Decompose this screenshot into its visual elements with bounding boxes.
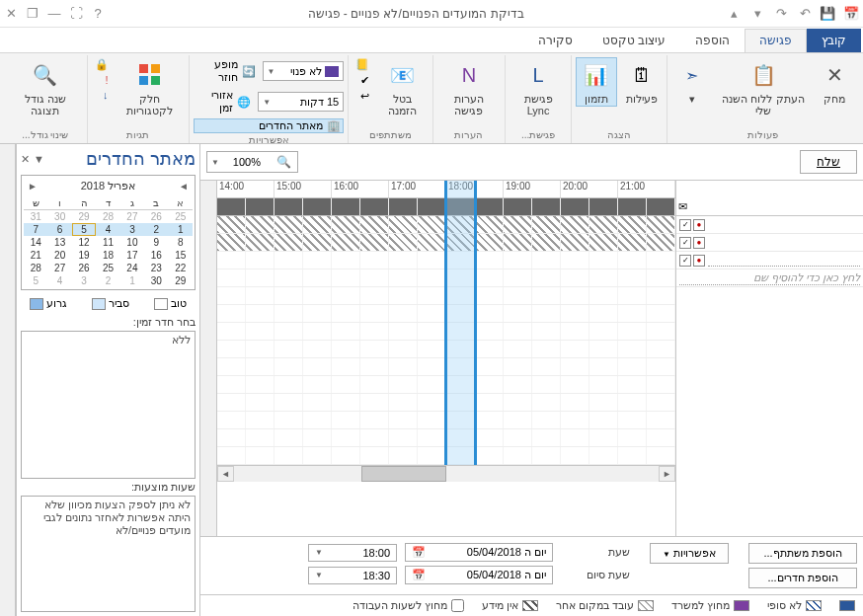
tab-insert[interactable]: הוספה bbox=[680, 29, 745, 52]
cal-day[interactable]: 20 bbox=[47, 249, 71, 262]
check-names-button[interactable]: ✔ bbox=[353, 73, 372, 88]
chevron-down-icon[interactable]: ▾ bbox=[750, 7, 764, 21]
cal-day[interactable]: 7 bbox=[24, 223, 47, 236]
tab-meeting[interactable]: פגישה bbox=[745, 29, 807, 52]
add-rooms-button[interactable]: הוספת חדרים... bbox=[748, 568, 857, 588]
end-time-picker[interactable]: 18:30▼ bbox=[308, 567, 397, 584]
cal-day[interactable]: 15 bbox=[169, 249, 193, 262]
out-hours-checkbox[interactable] bbox=[451, 599, 464, 612]
minimize-icon[interactable]: — bbox=[47, 7, 61, 21]
options-dropdown-button[interactable]: אפשרויות ▼ bbox=[650, 543, 729, 564]
categorize-button[interactable]: חלק לקטגוריות bbox=[116, 57, 186, 118]
zoom-control[interactable]: 🔍 ▼ bbox=[206, 151, 298, 173]
cal-day[interactable]: 28 bbox=[24, 262, 47, 274]
cal-day[interactable]: 24 bbox=[120, 262, 144, 274]
cal-day[interactable]: 9 bbox=[144, 236, 168, 249]
cal-day[interactable]: 16 bbox=[144, 249, 168, 262]
send-button[interactable]: שלח bbox=[800, 150, 857, 174]
delete-button[interactable]: ✕ מחק bbox=[814, 57, 855, 107]
cal-day[interactable]: 4 bbox=[47, 274, 71, 287]
low-importance-button[interactable]: ↓ bbox=[92, 88, 112, 102]
help-icon[interactable]: ? bbox=[91, 7, 105, 21]
cal-day[interactable]: 8 bbox=[169, 236, 193, 249]
restore-icon[interactable]: ❐ bbox=[26, 7, 39, 21]
check-icon[interactable]: ✓ bbox=[679, 237, 691, 249]
prev-month-icon[interactable]: ◄ bbox=[175, 181, 193, 192]
end-date-picker[interactable]: יום ה 05/04/2018📅 bbox=[405, 566, 553, 584]
lync-meeting-button[interactable]: L פגישת Lync bbox=[510, 57, 567, 118]
cal-day[interactable]: 18 bbox=[96, 249, 119, 262]
save-icon[interactable]: 💾 bbox=[822, 7, 835, 21]
cal-day[interactable]: 31 bbox=[24, 210, 47, 223]
start-time-picker[interactable]: 18:00▼ bbox=[308, 544, 397, 562]
room-finder-button[interactable]: 🏢מאתר החדרים bbox=[194, 118, 344, 133]
list-item[interactable]: ללא bbox=[26, 334, 191, 346]
cal-day[interactable]: 1 bbox=[169, 223, 193, 236]
cal-day[interactable]: 10 bbox=[120, 236, 144, 249]
scheduling-button[interactable]: 📊 תזמון bbox=[576, 57, 617, 107]
cal-day[interactable]: 11 bbox=[96, 236, 119, 249]
cal-day[interactable]: 26 bbox=[144, 210, 168, 223]
all-attendees-icon[interactable]: ✉ bbox=[678, 200, 687, 213]
cal-day[interactable]: 3 bbox=[72, 274, 96, 287]
cal-day[interactable]: 27 bbox=[47, 262, 71, 274]
cal-day[interactable]: 17 bbox=[120, 249, 144, 262]
cal-day[interactable]: 19 bbox=[72, 249, 96, 262]
time-zones-button[interactable]: 🌐אזורי זמן bbox=[194, 88, 254, 116]
fullscreen-icon[interactable]: ⛶ bbox=[69, 7, 83, 21]
cal-day[interactable]: 29 bbox=[169, 274, 193, 287]
chevron-down-icon[interactable]: ▼ bbox=[207, 158, 223, 167]
zoom-input[interactable] bbox=[223, 152, 271, 172]
time-grid[interactable]: 14:0015:0016:0017:0018:0019:0020:0021:00 bbox=[217, 181, 675, 536]
add-name-row[interactable]: לחץ כאן כדי להוסיף שם bbox=[676, 270, 863, 287]
cal-day[interactable]: 26 bbox=[72, 262, 96, 274]
cal-day[interactable]: 12 bbox=[72, 236, 96, 249]
cal-day[interactable]: 29 bbox=[72, 210, 96, 223]
check-icon[interactable]: ✓ bbox=[679, 255, 691, 267]
high-importance-button[interactable]: ! bbox=[92, 73, 112, 87]
cancel-invite-button[interactable]: 📧 בטל הזמנה bbox=[376, 57, 428, 118]
attendee-row[interactable]: ●✓ bbox=[676, 252, 863, 270]
cal-day[interactable]: 23 bbox=[144, 262, 168, 274]
tab-review[interactable]: סקירה bbox=[523, 29, 588, 52]
start-date-picker[interactable]: יום ה 05/04/2018📅 bbox=[405, 543, 553, 562]
pane-close-icon[interactable]: ✕ bbox=[21, 153, 30, 166]
redo-icon[interactable]: ↷ bbox=[774, 7, 788, 21]
cal-day[interactable]: 30 bbox=[47, 210, 71, 223]
cal-day[interactable]: 4 bbox=[96, 223, 119, 236]
cal-day[interactable]: 27 bbox=[120, 210, 144, 223]
vertical-scrollbar[interactable] bbox=[200, 181, 217, 536]
meeting-notes-button[interactable]: N הערות פגישה bbox=[437, 57, 501, 118]
show-as-combo[interactable]: לא פנוי ▼ bbox=[263, 61, 345, 81]
zoom-button[interactable]: 🔍 שנה גודל תצוגה bbox=[8, 57, 83, 118]
forward-button[interactable]: ➣ ▾ bbox=[671, 57, 713, 107]
horizontal-scrollbar[interactable]: ◄ ► bbox=[217, 465, 675, 482]
room-list[interactable]: ללא bbox=[21, 331, 196, 479]
undo-icon[interactable]: ↶ bbox=[798, 7, 812, 21]
cal-day[interactable]: 5 bbox=[72, 223, 96, 236]
cal-day[interactable]: 1 bbox=[120, 274, 144, 287]
next-month-icon[interactable]: ► bbox=[24, 181, 41, 192]
response-options-button[interactable]: ↩ bbox=[353, 89, 372, 104]
tab-format[interactable]: עיצוב טקסט bbox=[588, 29, 680, 52]
pane-scrollbar[interactable] bbox=[0, 144, 16, 616]
scroll-left-icon[interactable]: ◄ bbox=[217, 466, 234, 482]
add-attendee-input[interactable] bbox=[708, 254, 860, 267]
cal-day[interactable]: 25 bbox=[96, 262, 119, 274]
reminder-combo[interactable]: 15 דקות ▼ bbox=[258, 92, 344, 112]
check-icon[interactable]: ✓ bbox=[679, 219, 691, 231]
cal-day[interactable]: 30 bbox=[144, 274, 168, 287]
appointment-button[interactable]: 🗓 פעילות bbox=[621, 57, 663, 107]
cal-day[interactable]: 14 bbox=[24, 236, 47, 249]
tab-file[interactable]: קובץ bbox=[807, 29, 861, 52]
cal-day[interactable]: 28 bbox=[96, 210, 119, 223]
cal-day[interactable]: 22 bbox=[169, 262, 193, 274]
private-button[interactable]: 🔒 bbox=[92, 57, 112, 72]
cal-day[interactable]: 25 bbox=[169, 210, 193, 223]
chevron-up-icon[interactable]: ▴ bbox=[727, 7, 741, 21]
add-attendees-button[interactable]: הוספת משתתף... bbox=[748, 543, 857, 564]
cal-day[interactable]: 2 bbox=[96, 274, 119, 287]
cal-day[interactable]: 6 bbox=[47, 223, 71, 236]
cal-day[interactable]: 21 bbox=[24, 249, 47, 262]
pane-menu-icon[interactable]: ▼ bbox=[34, 153, 44, 166]
